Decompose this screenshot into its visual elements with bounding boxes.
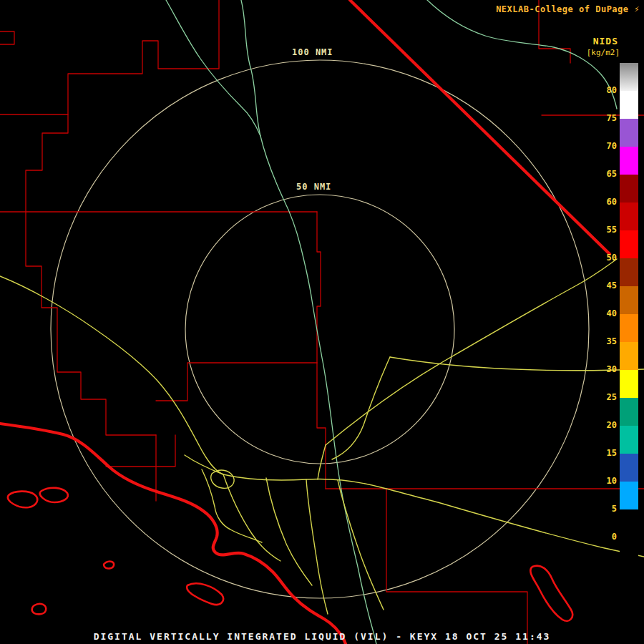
colorbar-tick: 80 <box>607 85 617 95</box>
colorbar <box>620 63 638 565</box>
colorbar-tick: 25 <box>607 392 617 402</box>
county-border <box>0 0 219 114</box>
range-ring-label-100nmi: 100 NMI <box>292 47 333 57</box>
state-line <box>350 0 610 254</box>
river <box>166 0 260 136</box>
colorbar-tick: 15 <box>607 448 617 458</box>
colorbar-segment <box>620 426 638 454</box>
river <box>241 0 376 644</box>
range-ring <box>51 60 589 598</box>
range-ring <box>185 195 454 464</box>
colorbar-segment <box>620 342 638 370</box>
county-border <box>317 363 326 489</box>
colorbar-tick: 35 <box>607 336 617 346</box>
highway <box>202 469 262 542</box>
colorbar-tick: 65 <box>607 169 617 179</box>
range-ring-label-50nmi: 50 NMI <box>296 182 331 192</box>
colorbar-segment <box>620 398 638 426</box>
radar-map-canvas <box>0 0 644 644</box>
highway <box>306 479 328 614</box>
colorbar-tick: 70 <box>607 141 617 151</box>
island-outline <box>104 562 114 569</box>
colorbar-segment <box>620 203 638 230</box>
colorbar-title: NIDS <box>572 36 618 47</box>
highway <box>211 470 234 488</box>
colorbar-segment <box>620 258 638 286</box>
colorbar-tick: 55 <box>607 225 617 235</box>
colorbar-segment <box>620 314 638 342</box>
highway <box>318 445 326 479</box>
highway <box>223 474 280 561</box>
colorbar-segment <box>620 119 638 147</box>
colorbar-tick: 45 <box>607 280 617 291</box>
highway <box>266 478 312 585</box>
colorbar-segment <box>620 370 638 398</box>
colorbar-tick-labels: 80757065605550454035302520151050 <box>577 63 617 565</box>
island-outline <box>530 566 572 621</box>
colorbar-tick: 5 <box>612 504 617 514</box>
colorbar-segment <box>620 91 638 119</box>
island-outline <box>8 492 37 508</box>
colorbar-segment <box>620 175 638 203</box>
county-border <box>0 31 14 44</box>
coastline <box>0 424 346 644</box>
colorbar-segment <box>620 286 638 314</box>
highway <box>0 276 223 474</box>
highway <box>338 480 384 610</box>
colorbar-tick: 50 <box>607 253 617 263</box>
highway <box>326 259 617 445</box>
colorbar-tick: 60 <box>607 197 617 207</box>
colorbar-segment <box>620 230 638 258</box>
colorbar-tick: 40 <box>607 308 617 318</box>
county-border <box>26 114 68 212</box>
island-outline <box>40 488 68 502</box>
colorbar-tick: 30 <box>607 364 617 374</box>
radar-display: 100 NMI 50 NMI NEXLAB-College of DuPage … <box>0 0 644 644</box>
colorbar-tick: 75 <box>607 113 617 123</box>
colorbar-segment <box>620 509 638 537</box>
colorbar-segment <box>620 482 638 509</box>
island-outline <box>187 583 223 605</box>
colorbar-tick: 0 <box>612 532 617 542</box>
brand-text: NEXLAB-College of DuPage ⚡ <box>496 4 640 14</box>
colorbar-tick: 10 <box>607 476 617 486</box>
lightning-icon: ⚡ <box>634 4 640 14</box>
colorbar-segment <box>620 454 638 482</box>
colorbar-segment <box>620 537 638 565</box>
product-caption: DIGITAL VERTICALLY INTEGRATED LIQUID (VI… <box>0 631 644 642</box>
county-border <box>106 435 175 467</box>
county-border <box>386 489 527 644</box>
colorbar-segment <box>620 147 638 175</box>
colorbar-units: [kg/m2] <box>564 48 620 57</box>
brand-label: NEXLAB-College of DuPage <box>496 4 628 14</box>
colorbar-segment <box>620 63 638 91</box>
county-border <box>156 363 317 401</box>
county-border <box>26 212 156 435</box>
highway <box>332 357 390 459</box>
island-outline <box>32 604 47 615</box>
colorbar-tick: 20 <box>607 420 617 430</box>
